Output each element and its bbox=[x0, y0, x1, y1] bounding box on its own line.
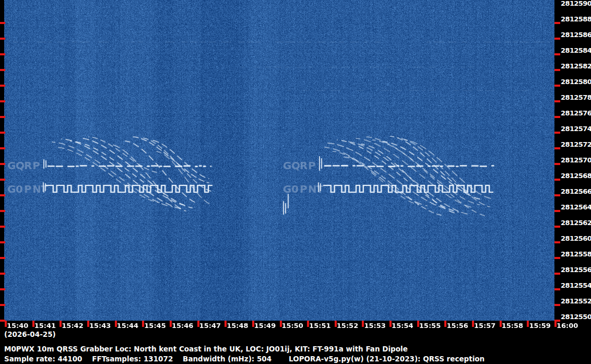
time-label: 15:45 bbox=[144, 322, 166, 330]
freq-tick-left bbox=[0, 147, 5, 149]
freq-label: 28125780 bbox=[561, 94, 591, 101]
freq-tick-right bbox=[554, 210, 560, 212]
freq-label: 28125540 bbox=[561, 282, 591, 289]
time-label: 15:56 bbox=[446, 322, 468, 330]
freq-tick-left bbox=[0, 116, 5, 118]
freq-label: 28125740 bbox=[561, 125, 591, 133]
time-label: 15:46 bbox=[172, 322, 193, 330]
date-label: (2026-04-25) bbox=[4, 330, 56, 338]
time-label: 15:48 bbox=[227, 322, 248, 330]
freq-tick-right bbox=[554, 53, 560, 55]
freq-tick-right bbox=[554, 288, 560, 290]
freq-label: 28125580 bbox=[561, 251, 591, 258]
time-label: 15:47 bbox=[199, 322, 221, 330]
freq-label: 28125620 bbox=[561, 219, 591, 227]
freq-label: 28125900 bbox=[561, 0, 591, 7]
freq-tick-left bbox=[0, 226, 5, 228]
qrss-grabber-screen: 2812590028125880281258602812584028125820… bbox=[0, 0, 591, 364]
freq-tick-right bbox=[554, 116, 560, 118]
freq-tick-left bbox=[0, 210, 5, 212]
freq-tick-right bbox=[554, 194, 560, 196]
freq-tick-right bbox=[554, 226, 560, 228]
freq-label: 28125820 bbox=[561, 63, 591, 70]
time-label: 15:53 bbox=[364, 322, 385, 330]
freq-tick-left bbox=[0, 304, 5, 306]
time-label: 15:58 bbox=[502, 322, 523, 330]
freq-tick-right bbox=[554, 69, 560, 71]
time-label: 15:41 bbox=[34, 322, 56, 330]
settings-info-line: Sample rate: 44100 FFTsamples: 131072 Ba… bbox=[4, 355, 484, 363]
time-label: 16:00 bbox=[557, 322, 578, 330]
freq-tick-right bbox=[554, 273, 560, 275]
time-label: 15:54 bbox=[392, 322, 413, 330]
freq-label: 28125560 bbox=[561, 266, 591, 274]
freq-label: 28125800 bbox=[561, 78, 591, 86]
freq-label: 28125520 bbox=[561, 298, 591, 305]
time-label: 15:52 bbox=[337, 322, 358, 330]
spectrogram-canvas bbox=[4, 0, 554, 321]
freq-tick-right bbox=[554, 85, 560, 87]
freq-tick-left bbox=[0, 132, 5, 134]
freq-tick-right bbox=[554, 147, 560, 149]
freq-label: 28125660 bbox=[561, 188, 591, 195]
freq-tick-left bbox=[0, 194, 5, 196]
time-label: 15:49 bbox=[254, 322, 276, 330]
freq-label: 28125860 bbox=[561, 31, 591, 39]
freq-tick-right bbox=[554, 163, 560, 165]
freq-tick-left bbox=[0, 100, 5, 102]
freq-tick-left bbox=[0, 273, 5, 275]
time-label: 15:57 bbox=[474, 322, 495, 330]
freq-tick-right bbox=[554, 132, 560, 134]
freq-tick-left bbox=[0, 85, 5, 87]
freq-tick-right bbox=[554, 38, 560, 40]
freq-tick-right bbox=[554, 100, 560, 102]
freq-label: 28125760 bbox=[561, 110, 591, 117]
time-label: 15:42 bbox=[62, 322, 83, 330]
time-label: 15:40 bbox=[7, 322, 28, 330]
freq-tick-left bbox=[0, 69, 5, 71]
freq-label: 28125880 bbox=[561, 16, 591, 23]
freq-tick-right bbox=[554, 257, 560, 259]
freq-label: 28125640 bbox=[561, 204, 591, 211]
freq-label: 28125680 bbox=[561, 172, 591, 180]
freq-label: 28125720 bbox=[561, 141, 591, 148]
time-label: 15:55 bbox=[419, 322, 441, 330]
freq-tick-right bbox=[554, 22, 560, 24]
freq-tick-left bbox=[0, 53, 5, 55]
freq-tick-right bbox=[554, 304, 560, 306]
freq-label: 28125840 bbox=[561, 47, 591, 54]
time-label: 15:43 bbox=[89, 322, 111, 330]
freq-tick-right bbox=[554, 241, 560, 243]
time-label: 15:51 bbox=[309, 322, 330, 330]
freq-tick-left bbox=[0, 38, 5, 40]
time-label: 15:44 bbox=[117, 322, 138, 330]
freq-tick-left bbox=[0, 179, 5, 181]
station-info-line: M0PWX 10m QRSS Grabber Loc: North kent C… bbox=[4, 345, 408, 353]
freq-tick-left bbox=[0, 22, 5, 24]
freq-label: 28125600 bbox=[561, 235, 591, 242]
freq-tick-left bbox=[0, 241, 5, 243]
freq-tick-left bbox=[0, 257, 5, 259]
freq-label: 28125700 bbox=[561, 157, 591, 164]
time-label: 15:50 bbox=[282, 322, 303, 330]
time-label: 15:59 bbox=[529, 322, 550, 330]
freq-tick-right bbox=[554, 179, 560, 181]
freq-tick-left bbox=[0, 163, 5, 165]
freq-tick-left bbox=[0, 288, 5, 290]
freq-label: 28125500 bbox=[561, 313, 591, 321]
